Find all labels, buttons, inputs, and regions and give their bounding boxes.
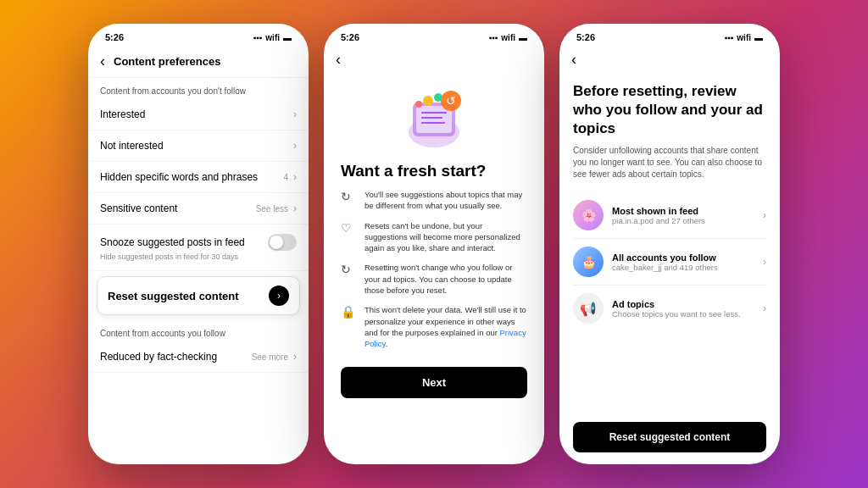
fresh-list-item-0: ↻ You'll see suggestions about topics th… [341, 189, 527, 212]
status-icons-3: ▪▪▪ wifi ▬ [725, 33, 763, 42]
chevron-ad-topics: › [763, 302, 766, 314]
menu-item-text-not-interested: Not interested [100, 140, 164, 152]
time-1: 5:26 [105, 32, 124, 42]
heart-icon-1: ♡ [341, 221, 356, 235]
battery-icon-2: ▬ [519, 33, 527, 42]
ad-topics-info: Ad topics Choose topics you want to see … [612, 299, 754, 319]
account-item-most-shown[interactable]: 🌸 Most shown in feed pia.in.a.pod and 27… [573, 192, 766, 239]
phone-1: 5:26 ▪▪▪ wifi ▬ ‹ Content preferences Co… [88, 24, 309, 464]
chevron-fact: › [293, 351, 297, 363]
avatar-most-shown: 🌸 [573, 200, 604, 230]
menu-item-snooze[interactable]: Snooze suggested posts in feed Hide sugg… [88, 225, 309, 271]
menu-item-text-sensitive: Sensitive content [100, 202, 177, 214]
snooze-desc: Hide suggested posts in feed for 30 days [100, 252, 238, 261]
section2-label: Content from accounts you follow [88, 320, 309, 341]
snooze-toggle[interactable] [268, 234, 297, 251]
ad-topics-sub: Choose topics you want to see less. [612, 309, 754, 319]
account-title-most-shown: Most shown in feed [612, 206, 754, 216]
status-bar-3: 5:26 ▪▪▪ wifi ▬ [559, 24, 780, 47]
avatar-inner-all-follow: 🎂 [573, 247, 604, 277]
ad-topics-icon: 📢 [573, 293, 604, 324]
fresh-list-item-3: 🔒 This won't delete your data. We'll sti… [341, 304, 527, 349]
fresh-list-item-2: ↻ Resetting won't change who you follow … [341, 262, 527, 296]
back-button-2[interactable]: ‹ [336, 51, 341, 68]
fresh-start-illustration: ↺ [396, 86, 472, 153]
menu-item-interested[interactable]: Interested › [88, 99, 309, 130]
review-title: Before resetting, review who you follow … [573, 82, 766, 138]
menu-item-text-snooze: Snooze suggested posts in feed [100, 236, 245, 248]
fresh-text-3: This won't delete your data. We'll still… [364, 304, 527, 349]
menu-item-not-interested[interactable]: Not interested › [88, 130, 309, 162]
phone-2: 5:26 ▪▪▪ wifi ▬ ‹ ↺ [324, 24, 544, 464]
reset-suggested-button[interactable]: Reset suggested content [573, 422, 766, 452]
svg-rect-2 [416, 106, 452, 133]
battery-icon-3: ▬ [754, 33, 763, 42]
reset-suggested-highlight[interactable]: Reset suggested content › [97, 276, 300, 315]
menu-item-hidden-words[interactable]: Hidden specific words and phrases 4 › [88, 162, 309, 193]
review-desc: Consider unfollowing accounts that share… [573, 145, 766, 180]
toggle-knob [270, 236, 283, 249]
account-info-all-follow: All accounts you follow cake_baker_jj an… [612, 252, 754, 272]
account-sub-all-follow: cake_baker_jj and 419 others [612, 263, 754, 272]
nav-title-1: Content preferences [114, 55, 220, 68]
nav-bar-1: ‹ Content preferences [88, 47, 309, 78]
wifi-icon: wifi [265, 33, 280, 42]
phone1-content: Content from accounts you don't follow I… [88, 78, 309, 464]
fresh-start-title: Want a fresh start? [341, 162, 527, 180]
avatar-all-follow: 🎂 [573, 247, 604, 277]
fresh-text-2: Resetting won't change who you follow or… [364, 262, 527, 296]
status-icons-1: ▪▪▪ wifi ▬ [253, 33, 292, 42]
status-bar-2: 5:26 ▪▪▪ wifi ▬ [324, 24, 544, 47]
back-button-3[interactable]: ‹ [571, 51, 576, 68]
ad-topics-item[interactable]: 📢 Ad topics Choose topics you want to se… [573, 286, 766, 331]
fresh-list-item-1: ♡ Resets can't be undone, but your sugge… [341, 220, 527, 254]
illustration-container: ↺ [341, 86, 527, 153]
avatar-inner-most-shown: 🌸 [573, 200, 604, 230]
lock-icon-3: 🔒 [341, 305, 356, 319]
menu-item-fact-checking[interactable]: Reduced by fact-checking See more › [88, 341, 309, 373]
badge-hidden: 4 [283, 173, 288, 182]
svg-point-8 [423, 96, 433, 106]
menu-item-right-sensitive: See less › [256, 202, 297, 214]
time-3: 5:26 [576, 32, 595, 42]
menu-item-text-hidden-words: Hidden specific words and phrases [100, 171, 258, 183]
wifi-icon-2: wifi [501, 33, 515, 42]
badge-fact: See more [252, 352, 288, 362]
account-info-most-shown: Most shown in feed pia.in.a.pod and 27 o… [612, 206, 754, 225]
phone2-content: ↺ Want a fresh start? ↻ You'll see sugge… [324, 72, 544, 464]
account-title-all-follow: All accounts you follow [612, 252, 754, 263]
ad-topics-title: Ad topics [612, 299, 754, 309]
svg-text:↺: ↺ [446, 94, 456, 108]
svg-point-9 [434, 93, 442, 102]
chevron-hidden: › [293, 171, 297, 183]
phone-3: 5:26 ▪▪▪ wifi ▬ ‹ Before resetting, revi… [559, 24, 780, 464]
menu-item-right-hidden: 4 › [283, 171, 297, 183]
svg-point-10 [415, 101, 422, 108]
chevron-most-shown: › [763, 209, 766, 221]
signal-icon-2: ▪▪▪ [489, 33, 498, 42]
chevron-all-follow: › [763, 256, 766, 268]
status-bar-1: 5:26 ▪▪▪ wifi ▬ [88, 24, 309, 47]
account-item-all-follow[interactable]: 🎂 All accounts you follow cake_baker_jj … [573, 239, 766, 286]
menu-item-sensitive[interactable]: Sensitive content See less › [88, 193, 309, 225]
reset-suggested-label: Reset suggested content [108, 290, 239, 302]
chevron-sensitive: › [293, 202, 297, 214]
time-2: 5:26 [341, 32, 359, 42]
menu-item-right-fact: See more › [252, 351, 297, 363]
badge-sensitive: See less [256, 204, 288, 214]
section1-label: Content from accounts you don't follow [88, 78, 309, 99]
refresh-icon-0: ↻ [341, 190, 356, 203]
chevron-not-interested: › [293, 140, 297, 152]
fresh-text-1: Resets can't be undone, but your suggest… [364, 220, 527, 254]
menu-item-text-fact: Reduced by fact-checking [100, 351, 217, 363]
back-button-1[interactable]: ‹ [100, 53, 105, 70]
status-icons-2: ▪▪▪ wifi ▬ [489, 33, 527, 42]
phone3-content: Before resetting, review who you follow … [559, 72, 780, 464]
account-sub-most-shown: pia.in.a.pod and 27 others [612, 216, 754, 225]
wifi-icon-3: wifi [737, 33, 751, 42]
reset-chevron-icon: › [269, 286, 289, 306]
next-button[interactable]: Next [341, 367, 527, 398]
refresh-icon-2: ↻ [341, 263, 356, 276]
fresh-text-0: You'll see suggestions about topics that… [364, 189, 527, 212]
menu-item-text-interested: Interested [100, 108, 145, 120]
